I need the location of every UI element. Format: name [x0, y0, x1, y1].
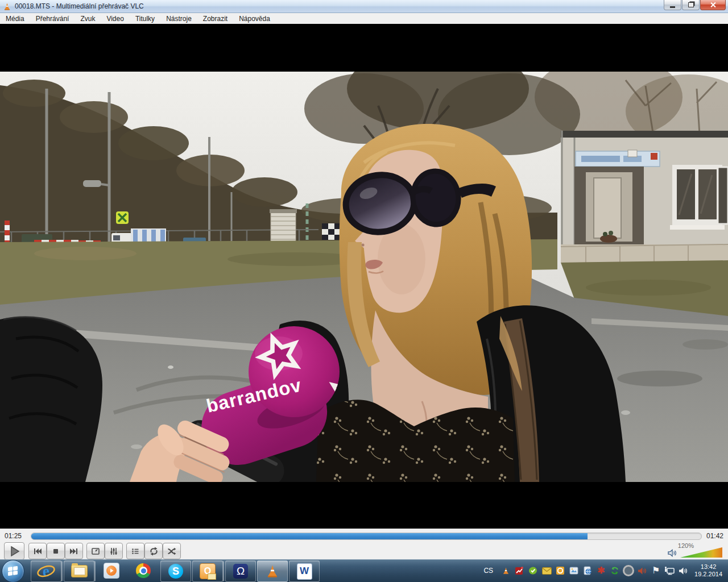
taskbar-word[interactable]: W — [289, 560, 320, 582]
loop-button[interactable] — [144, 543, 163, 559]
tray-red-speaker-icon[interactable] — [636, 565, 648, 576]
stop-button[interactable] — [47, 543, 65, 559]
seek-bar[interactable] — [31, 533, 702, 540]
start-button[interactable] — [2, 560, 24, 582]
taskbar: e S O Ω — [0, 559, 728, 582]
fullscreen-button[interactable] — [86, 543, 105, 559]
playlist-icon — [131, 547, 140, 556]
taskbar-chrome[interactable] — [129, 560, 158, 581]
stop-icon — [51, 547, 60, 556]
video-display[interactable]: barrandov barrandov — [0, 24, 728, 529]
equalizer-icon — [109, 547, 118, 556]
tray-gray-ring-icon[interactable] — [623, 565, 634, 576]
menu-video[interactable]: Video — [101, 14, 129, 24]
previous-button[interactable] — [28, 543, 47, 559]
menu-bar: Média Přehrávání Zvuk Video Titulky Nást… — [0, 13, 728, 24]
next-icon — [69, 547, 78, 556]
previous-icon — [33, 547, 42, 556]
extended-settings-button[interactable] — [105, 543, 123, 559]
outlook-icon: O — [200, 563, 216, 579]
menu-help[interactable]: Nápověda — [233, 14, 276, 24]
tray-volume-icon[interactable] — [677, 565, 689, 576]
volume-percent: 120% — [678, 542, 694, 549]
close-icon — [710, 2, 716, 8]
shuffle-button[interactable] — [163, 543, 181, 559]
clock-time: 13:42 — [694, 563, 722, 571]
restore-button[interactable] — [682, 0, 700, 10]
minimize-button[interactable] — [664, 0, 681, 10]
player-controls: 01:25 01:42 — [0, 529, 728, 559]
play-icon — [8, 545, 20, 558]
foreground-person — [0, 317, 102, 482]
menu-tools[interactable]: Nástroje — [160, 14, 197, 24]
word-icon: W — [297, 563, 312, 580]
omega-icon: Ω — [233, 564, 248, 579]
minimize-icon — [670, 6, 675, 8]
taskbar-skype[interactable]: S — [160, 560, 191, 582]
tray-photo-viewer-icon[interactable] — [568, 565, 580, 576]
vlc-app-icon — [3, 2, 11, 11]
clock[interactable]: 13:42 19.2.2014 — [694, 563, 722, 578]
seek-bar-fill — [31, 533, 588, 539]
menu-subtitles[interactable]: Titulky — [130, 14, 160, 24]
tray-sync-recycle-icon[interactable] — [609, 565, 621, 576]
wmp-icon — [104, 563, 119, 579]
tray-red-graph-icon[interactable] — [514, 565, 525, 576]
clock-date: 19.2.2014 — [694, 571, 722, 578]
tray-outlook-icon[interactable] — [555, 565, 566, 576]
next-button[interactable] — [65, 543, 83, 559]
volume-mute-icon[interactable] — [668, 549, 677, 557]
menu-playback[interactable]: Přehrávání — [30, 14, 75, 24]
chrome-icon — [136, 563, 151, 578]
title-bar: 00018.MTS - Multimediální přehrávač VLC — [0, 0, 728, 13]
tray-green-check-icon[interactable] — [527, 565, 539, 576]
taskbar-windows-explorer[interactable] — [64, 560, 94, 582]
video-frame-scene: barrandov barrandov — [0, 72, 728, 482]
tray-mail-icon[interactable] — [541, 565, 552, 576]
shuffle-icon — [167, 547, 176, 556]
taskbar-internet-explorer[interactable]: e — [31, 560, 61, 582]
tray-vlc-icon[interactable] — [500, 565, 511, 576]
taskbar-outlook[interactable]: O — [192, 560, 223, 582]
playlist-button[interactable] — [126, 543, 144, 559]
system-tray: CS ✱ — [483, 559, 728, 582]
total-time[interactable]: 01:42 — [706, 532, 723, 540]
tray-red-asterisk-icon[interactable]: ✱ — [595, 565, 607, 576]
elapsed-time[interactable]: 01:25 — [5, 532, 22, 540]
tray-network-icon[interactable] — [664, 565, 675, 576]
loop-icon — [149, 547, 159, 556]
building — [561, 131, 728, 263]
taskbar-vlc[interactable] — [257, 560, 288, 582]
play-button[interactable] — [4, 542, 24, 560]
tray-action-center-flag-icon[interactable]: ⚑ — [650, 565, 661, 576]
fullscreen-icon — [91, 547, 100, 556]
folder-icon — [71, 565, 88, 577]
vlc-window: 00018.MTS - Multimediální přehrávač VLC … — [0, 0, 728, 582]
taskbar-windows-media-player[interactable] — [97, 560, 126, 581]
menu-view[interactable]: Zobrazit — [197, 14, 233, 24]
close-button[interactable] — [700, 0, 726, 10]
windows-logo-icon — [8, 566, 18, 577]
restore-icon — [688, 2, 694, 7]
language-indicator[interactable]: CS — [483, 567, 493, 575]
ie-ring-icon — [36, 565, 56, 577]
skype-icon: S — [168, 564, 183, 579]
tray-globe-sync-icon[interactable] — [582, 565, 593, 576]
window-title: 00018.MTS - Multimediální přehrávač VLC — [15, 2, 144, 10]
taskbar-omega-app[interactable]: Ω — [225, 560, 256, 582]
menu-media[interactable]: Média — [0, 14, 30, 24]
vlc-cone-icon — [265, 564, 280, 579]
menu-audio[interactable]: Zvuk — [75, 14, 101, 24]
